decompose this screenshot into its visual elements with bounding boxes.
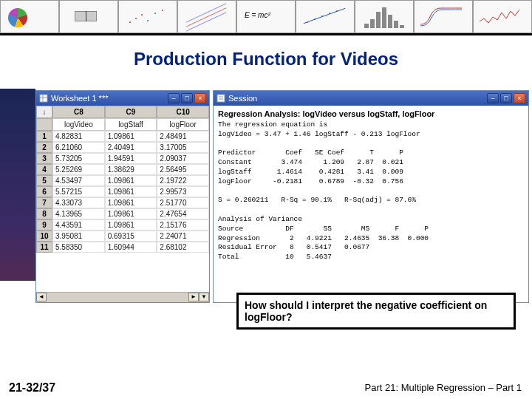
data-cell[interactable]: 5.57215 (52, 186, 105, 197)
row-header[interactable]: 9 (36, 219, 52, 231)
worksheet-window: Worksheet 1 *** – □ × ↓ C8 C9 C10 logVid… (35, 90, 210, 303)
table-row[interactable]: 74.330731.098612.51770 (36, 197, 209, 208)
slide-number: 21-32/37 (9, 381, 55, 395)
worksheet-titlebar[interactable]: Worksheet 1 *** – □ × (36, 91, 209, 106)
thumb-fitted-lines[interactable] (177, 0, 236, 33)
predictor-row: logStaff 1.4614 0.4281 3.41 0.009 (218, 168, 403, 176)
session-output[interactable]: Regression Analysis: logVideo versus log… (214, 106, 528, 302)
thumb-timeseries[interactable] (473, 0, 532, 33)
data-cell[interactable]: 1.09861 (105, 219, 157, 231)
data-cell[interactable]: 1.38629 (105, 164, 157, 175)
row-header[interactable]: 5 (36, 175, 52, 186)
worksheet-hscroll[interactable]: ◄ ► ▼ (36, 292, 209, 302)
data-cell[interactable]: 2.09037 (157, 153, 209, 164)
data-cell[interactable]: 3.95081 (52, 231, 105, 242)
table-row[interactable]: 103.950810.693152.24071 (36, 231, 209, 242)
row-header[interactable]: 10 (36, 231, 52, 242)
row-header[interactable]: 2 (36, 142, 52, 153)
table-row[interactable]: 115.583501.609442.68102 (36, 242, 209, 253)
data-cell[interactable]: 2.51770 (157, 197, 209, 208)
worksheet-body[interactable]: 14.828311.098612.4849126.210602.404913.1… (36, 131, 209, 292)
col-header[interactable]: C8 (52, 106, 105, 118)
table-row[interactable]: 54.534971.098612.19722 (36, 175, 209, 186)
thumb-scatter-fit[interactable] (296, 0, 355, 33)
row-header[interactable]: 11 (36, 242, 52, 253)
table-row[interactable]: 84.139651.098612.47654 (36, 208, 209, 219)
data-cell[interactable]: 2.68102 (157, 242, 209, 253)
row-header[interactable]: 4 (36, 164, 52, 175)
table-row[interactable]: 14.828311.098612.48491 (36, 131, 209, 142)
data-cell[interactable]: 1.09861 (105, 186, 157, 197)
thumb-formula[interactable]: E = mc² (236, 0, 296, 33)
maximize-button[interactable]: □ (181, 93, 193, 103)
col-header[interactable]: C10 (157, 106, 209, 118)
table-row[interactable]: 26.210602.404913.17005 (36, 142, 209, 153)
data-cell[interactable]: 1.09861 (105, 197, 157, 208)
data-cell[interactable]: 0.69315 (105, 231, 157, 242)
scroll-right-button[interactable]: ► (188, 293, 199, 301)
table-row[interactable]: 35.732051.945912.09037 (36, 153, 209, 164)
data-cell[interactable]: 5.25269 (52, 164, 105, 175)
data-cell[interactable]: 4.82831 (52, 131, 105, 142)
maximize-button[interactable]: □ (500, 93, 512, 103)
thumb-scatterplot[interactable] (118, 0, 177, 33)
data-cell[interactable]: 2.15176 (157, 219, 209, 231)
fit-summary: S = 0.260211 R-Sq = 90.1% R-Sq(adj) = 87… (218, 196, 416, 204)
col-name[interactable]: logFloor (157, 118, 209, 131)
anova-row: Total 10 5.4637 (218, 253, 332, 261)
row-header[interactable]: 1 (36, 131, 52, 142)
scroll-down-button[interactable]: ▼ (199, 293, 209, 301)
worksheet-icon (39, 94, 48, 103)
row-header[interactable]: 6 (36, 186, 52, 197)
data-cell[interactable]: 4.43591 (52, 219, 105, 231)
slide-footer: Part 21: Multiple Regression – Part 1 (362, 381, 525, 395)
data-cell[interactable]: 2.99573 (157, 186, 209, 197)
data-cell[interactable]: 5.58350 (52, 242, 105, 253)
data-cell[interactable]: 2.47654 (157, 208, 209, 219)
decorative-sidebar (0, 89, 35, 281)
session-titlebar[interactable]: Session – □ × (214, 91, 528, 106)
col-header[interactable]: C9 (105, 106, 157, 118)
row-header[interactable]: 8 (36, 208, 52, 219)
minimize-button[interactable]: – (168, 93, 180, 103)
col-name[interactable]: logStaff (105, 118, 157, 131)
data-cell[interactable]: 4.13965 (52, 208, 105, 219)
data-cell[interactable]: 1.94591 (105, 153, 157, 164)
data-cell[interactable]: 1.60944 (105, 242, 157, 253)
close-button[interactable]: × (194, 93, 206, 103)
formula-text: E = mc² (245, 11, 270, 19)
data-cell[interactable]: 1.09861 (105, 175, 157, 186)
row-header[interactable]: 3 (36, 153, 52, 164)
data-cell[interactable]: 2.56495 (157, 164, 209, 175)
data-cell[interactable]: 1.09861 (105, 208, 157, 219)
predictor-row: Constant 3.474 1.209 2.87 0.021 (218, 158, 403, 166)
slide-title: Production Function for Videos (0, 35, 532, 77)
row-header[interactable]: 7 (36, 197, 52, 208)
data-cell[interactable]: 3.17005 (157, 142, 209, 153)
close-button[interactable]: × (514, 93, 525, 103)
data-cell[interactable]: 4.33073 (52, 197, 105, 208)
arrow-cell[interactable]: ↓ (36, 106, 52, 118)
data-cell[interactable]: 2.40491 (105, 142, 157, 153)
svg-rect-3 (217, 95, 225, 102)
content-area: Worksheet 1 *** – □ × ↓ C8 C9 C10 logVid… (35, 90, 529, 303)
thumb-scurve[interactable] (414, 0, 473, 33)
data-cell[interactable]: 2.19722 (157, 175, 209, 186)
anova-heading: Analysis of Variance (218, 215, 302, 223)
scroll-left-button[interactable]: ◄ (36, 293, 47, 301)
data-cell[interactable]: 2.24071 (157, 231, 209, 242)
thumb-histogram[interactable] (355, 0, 414, 33)
thumb-boxplot[interactable] (59, 0, 118, 33)
data-cell[interactable]: 2.48491 (157, 131, 209, 142)
thumb-pie-chart[interactable] (0, 0, 59, 33)
table-row[interactable]: 94.435911.098612.15176 (36, 219, 209, 231)
table-row[interactable]: 45.252691.386292.56495 (36, 164, 209, 175)
data-cell[interactable]: 4.53497 (52, 175, 105, 186)
minimize-button[interactable]: – (487, 93, 499, 103)
data-cell[interactable]: 6.21060 (52, 142, 105, 153)
table-row[interactable]: 65.572151.098612.99573 (36, 186, 209, 197)
data-cell[interactable]: 1.09861 (105, 131, 157, 142)
col-name[interactable]: logVideo (52, 118, 105, 131)
data-cell[interactable]: 5.73205 (52, 153, 105, 164)
worksheet-name-row: logVideo logStaff logFloor (36, 118, 209, 131)
